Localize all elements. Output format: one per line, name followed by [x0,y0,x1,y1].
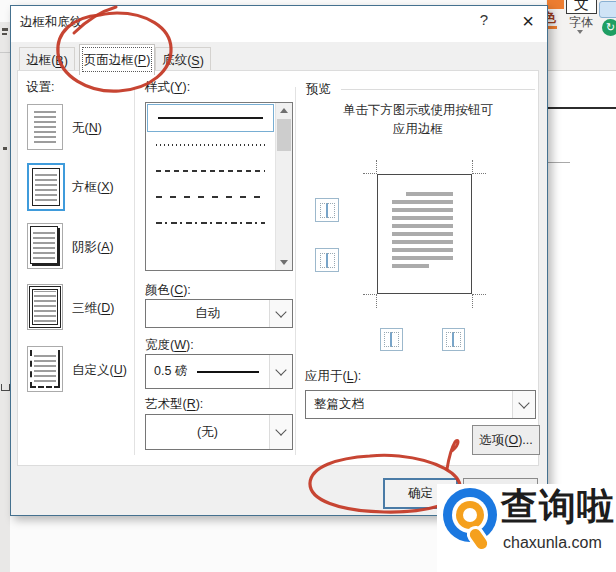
border-grid-icon [320,203,335,218]
setting-shadow-button[interactable] [27,223,63,269]
settings-label: 设置: [26,79,54,96]
art-label: 艺术型(R): [145,396,203,413]
column-separator [134,87,135,455]
chevron-down-icon[interactable] [269,300,292,327]
apply-to-value: 整篇文档 [306,396,512,413]
setting-shadow-label: 阴影(A) [72,239,114,256]
dotted-line-sample [156,144,265,146]
column-separator [295,87,296,455]
corner-mark-icon [363,160,377,174]
style-item-dotted[interactable] [146,132,275,158]
setting-box-button[interactable] [27,163,65,211]
setting-box-label: 方框(X) [72,179,114,196]
preview-page[interactable] [377,174,472,294]
border-grid-icon [320,253,335,268]
left-border-toggle-button[interactable] [380,328,403,351]
magnifier-q-logo-icon [443,488,497,542]
top-border-toggle-button[interactable] [315,198,339,222]
preview-text-line [392,216,453,220]
background-fragment [2,28,8,31]
apply-to-combobox[interactable]: 整篇文档 [305,390,536,419]
solid-line-sample [158,117,263,119]
watermark-domain-text: chaxunla.com [503,534,602,552]
color-combobox[interactable]: 自动 [145,299,293,328]
background-fragment [2,33,7,35]
background-fragment [3,147,7,150]
preview-text-line [392,264,429,268]
page-border-tabpage: 设置: 无(N) 方框(X) 阴影(A) 三维(D) 自定义(U) 样式(Y): [17,70,539,466]
background-fragment [0,52,10,53]
style-listbox [145,102,293,271]
dialog-title: 边框和底纹 [20,14,83,31]
dialog-titlebar[interactable]: 边框和底纹 ? × [11,6,547,42]
font-color-swatch[interactable] [547,0,564,9]
fonts-button-label[interactable]: 字体 [565,14,597,31]
ribbon-blue-button[interactable] [599,1,616,18]
color-value: 自动 [146,305,269,322]
setting-3d-button[interactable] [27,284,63,330]
fonts-button-icon[interactable]: 文 [566,0,597,14]
width-line-sample [197,371,259,373]
preview-instruction: 单击下方图示或使用按钮可 应用边框 [303,101,533,139]
page-no-border-icon [34,111,56,143]
art-value: (无) [146,424,269,441]
document-ruler-line [548,162,570,163]
chaxunla-watermark: 查询啦 chaxunla.com [437,484,616,572]
style-item-solid[interactable] [147,104,274,132]
scroll-up-button[interactable] [276,103,292,118]
close-icon[interactable]: × [514,7,542,35]
preview-text-line [392,256,453,260]
corner-mark-icon [472,160,486,174]
setting-none-button[interactable] [27,104,63,150]
preview-text-line [392,248,453,252]
page-custom-border-icon [30,350,60,388]
tab-page-border[interactable]: 页面边框(P) [79,44,155,75]
preview-text-line [392,232,453,236]
width-value: 0.5 磅 [146,363,195,380]
bottom-border-toggle-button[interactable] [315,248,339,272]
style-item-dashed[interactable] [146,158,275,184]
help-icon[interactable]: ? [473,11,495,35]
preview-label: 预览 [306,81,331,98]
fonts-dropdown-arrow-icon[interactable] [577,30,583,34]
style-scrollbar[interactable] [275,103,292,270]
setting-custom-label: 自定义(U) [72,362,127,379]
width-label: 宽度(W): [145,337,194,354]
background-left-strip [0,0,10,572]
style-item-dash-dot[interactable] [146,210,275,236]
preview-text-line [406,192,453,196]
preview-text-line [392,208,453,212]
scrollbar-thumb[interactable] [277,119,291,151]
chevron-down-icon[interactable] [512,391,535,418]
triangle-up-icon [280,108,288,113]
preview-text-line [392,224,453,228]
options-button[interactable]: 选项(O)... [472,425,540,455]
border-grid-icon [446,332,461,347]
borders-and-shading-dialog: 边框和底纹 ? × 边框(B) 页面边框(P) 底纹(S) 设置: 无(N) 方… [10,5,548,516]
corner-mark-icon [363,294,377,308]
document-page-edge [548,107,616,109]
setting-custom-button[interactable] [27,346,63,392]
watermark-brand-text: 查询啦 [501,482,615,532]
background-fragment [0,0,10,22]
page-shadow-border-icon [30,226,58,264]
scroll-down-button[interactable] [276,255,292,270]
dash-dot-line-sample [156,222,265,224]
page-box-border-icon [32,168,60,206]
style-label: 样式(Y): [145,79,190,96]
chevron-down-icon[interactable] [269,415,292,449]
sync-status-icon: ↻ [602,19,616,36]
chevron-down-icon[interactable] [269,355,292,388]
setting-none-label: 无(N) [72,120,102,137]
style-item-wide-dashed[interactable] [146,184,275,210]
background-fragment [1,384,10,391]
right-border-toggle-button[interactable] [442,328,465,351]
dashed-line-sample [156,170,265,172]
preview-text-line [392,240,453,244]
color-label: 颜色(C): [145,282,191,299]
page-3d-border-icon [29,286,61,328]
apply-to-label: 应用于(L): [305,368,361,385]
art-combobox[interactable]: (无) [145,414,293,450]
wide-dashed-line-sample [156,196,265,198]
width-combobox[interactable]: 0.5 磅 [145,354,293,389]
